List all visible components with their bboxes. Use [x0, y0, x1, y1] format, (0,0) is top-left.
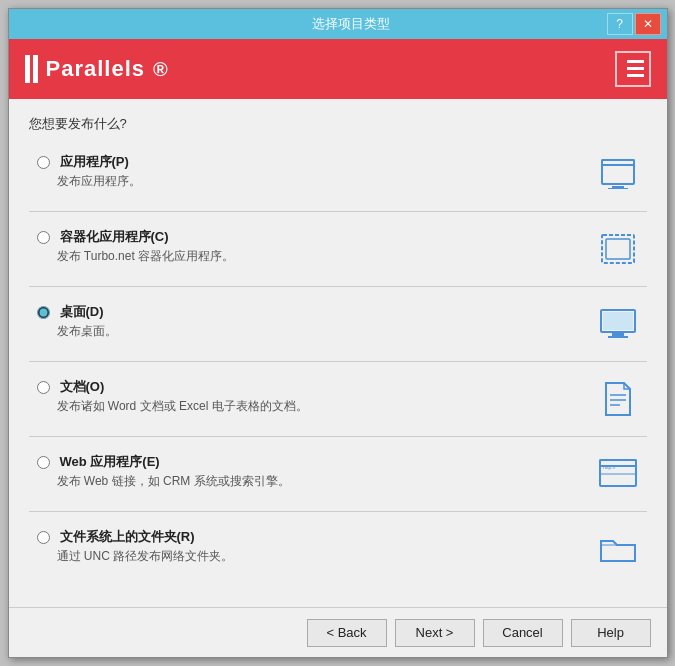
- svg-rect-3: [622, 60, 627, 63]
- divider-3: [29, 361, 647, 362]
- option-left-app: 应用程序(P) 发布应用程序。: [37, 153, 587, 190]
- svg-rect-13: [612, 333, 624, 336]
- cancel-button[interactable]: Cancel: [483, 619, 563, 647]
- desc-folder: 通过 UNC 路径发布网络文件夹。: [57, 548, 587, 565]
- next-button[interactable]: Next >: [395, 619, 475, 647]
- desc-container: 发布 Turbo.net 容器化应用程序。: [57, 248, 587, 265]
- divider-5: [29, 511, 647, 512]
- option-left-folder: 文件系统上的文件夹(R) 通过 UNC 路径发布网络文件夹。: [37, 528, 587, 565]
- label-doc[interactable]: 文档(O): [60, 378, 105, 396]
- option-row-container: 容器化应用程序(C) 发布 Turbo.net 容器化应用程序。: [29, 222, 647, 276]
- desc-doc: 发布诸如 Word 文档或 Excel 电子表格的文档。: [57, 398, 587, 415]
- option-row-app: 应用程序(P) 发布应用程序。: [29, 147, 647, 201]
- window-title: 选择项目类型: [95, 15, 607, 33]
- parallels-bars-icon: [25, 55, 38, 83]
- desc-desktop: 发布桌面。: [57, 323, 587, 340]
- close-button[interactable]: ✕: [635, 13, 661, 35]
- options-list: 应用程序(P) 发布应用程序。: [29, 147, 647, 576]
- main-content: 您想要发布什么? 应用程序(P) 发布应用程序。: [9, 99, 667, 607]
- divider-1: [29, 211, 647, 212]
- help-button[interactable]: ?: [607, 13, 633, 35]
- logo-bar-1: [25, 55, 30, 83]
- section-question: 您想要发布什么?: [29, 115, 647, 133]
- option-left-desktop: 桌面(D) 发布桌面。: [37, 303, 587, 340]
- label-folder[interactable]: 文件系统上的文件夹(R): [60, 528, 195, 546]
- divider-4: [29, 436, 647, 437]
- label-desktop[interactable]: 桌面(D): [60, 303, 104, 321]
- icon-desktop: [597, 303, 639, 345]
- radio-web[interactable]: [37, 456, 50, 469]
- option-row-desktop: 桌面(D) 发布桌面。: [29, 297, 647, 351]
- header-menu-icon[interactable]: [615, 51, 651, 87]
- option-row-doc: 文档(O) 发布诸如 Word 文档或 Excel 电子表格的文档。: [29, 372, 647, 426]
- radio-app[interactable]: [37, 156, 50, 169]
- footer: < Back Next > Cancel Help: [9, 607, 667, 657]
- svg-rect-15: [603, 312, 633, 330]
- option-left-container: 容器化应用程序(C) 发布 Turbo.net 容器化应用程序。: [37, 228, 587, 265]
- svg-rect-9: [608, 188, 628, 189]
- option-label-desktop: 桌面(D): [37, 303, 587, 321]
- svg-rect-14: [608, 336, 628, 338]
- option-label-web: Web 应用程序(E): [37, 453, 587, 471]
- radio-container[interactable]: [37, 231, 50, 244]
- back-button[interactable]: < Back: [307, 619, 387, 647]
- icon-doc: [597, 378, 639, 420]
- divider-2: [29, 286, 647, 287]
- title-bar-buttons: ? ✕: [607, 13, 661, 35]
- radio-folder[interactable]: [37, 531, 50, 544]
- svg-text:http://: http://: [603, 464, 616, 470]
- option-left-doc: 文档(O) 发布诸如 Word 文档或 Excel 电子表格的文档。: [37, 378, 587, 415]
- radio-doc[interactable]: [37, 381, 50, 394]
- option-left-web: Web 应用程序(E) 发布 Web 链接，如 CRM 系统或搜索引擎。: [37, 453, 587, 490]
- menu-lines-icon: [622, 60, 644, 78]
- header-bar: Parallels ®: [9, 39, 667, 99]
- registered-mark: ®: [153, 58, 168, 81]
- label-app[interactable]: 应用程序(P): [60, 153, 129, 171]
- svg-rect-4: [622, 67, 627, 70]
- svg-rect-7: [602, 160, 634, 165]
- option-label-container: 容器化应用程序(C): [37, 228, 587, 246]
- option-row-web: Web 应用程序(E) 发布 Web 链接，如 CRM 系统或搜索引擎。 htt…: [29, 447, 647, 501]
- icon-app: [597, 153, 639, 195]
- desc-app: 发布应用程序。: [57, 173, 587, 190]
- option-row-folder: 文件系统上的文件夹(R) 通过 UNC 路径发布网络文件夹。: [29, 522, 647, 576]
- icon-container: [597, 228, 639, 270]
- svg-rect-6: [602, 160, 634, 184]
- parallels-brand-text: Parallels: [46, 56, 146, 82]
- radio-desktop[interactable]: [37, 306, 50, 319]
- option-label-app: 应用程序(P): [37, 153, 587, 171]
- desc-web: 发布 Web 链接，如 CRM 系统或搜索引擎。: [57, 473, 587, 490]
- label-web[interactable]: Web 应用程序(E): [60, 453, 160, 471]
- icon-web: http://: [597, 453, 639, 495]
- logo-bar-2: [33, 55, 38, 83]
- label-container[interactable]: 容器化应用程序(C): [60, 228, 169, 246]
- svg-rect-5: [622, 74, 627, 77]
- svg-rect-8: [612, 186, 624, 188]
- option-label-folder: 文件系统上的文件夹(R): [37, 528, 587, 546]
- title-bar: 选择项目类型 ? ✕: [9, 9, 667, 39]
- help-footer-button[interactable]: Help: [571, 619, 651, 647]
- parallels-logo: Parallels ®: [25, 55, 168, 83]
- option-label-doc: 文档(O): [37, 378, 587, 396]
- svg-rect-11: [606, 239, 630, 259]
- main-window: 选择项目类型 ? ✕ Parallels ®: [8, 8, 668, 658]
- icon-folder: [597, 528, 639, 570]
